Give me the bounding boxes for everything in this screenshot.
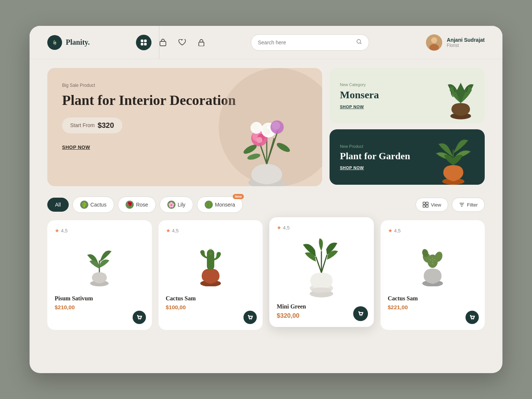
svg-rect-5 [160, 41, 166, 46]
filter-rose-label: Rose [136, 202, 148, 208]
plant-svg-0 [79, 242, 120, 286]
rating-val-3: 4,5 [394, 228, 401, 233]
svg-rect-6 [199, 42, 204, 46]
user-role: Florist [447, 43, 485, 48]
monsera-icon: 🌿 [205, 201, 213, 209]
view-label: View [431, 202, 441, 208]
logo-area: Planity. [47, 35, 114, 50]
hero-flower-image [222, 75, 311, 186]
filter-lily-label: Lily [178, 202, 185, 208]
rating-val-1: 4,5 [172, 228, 179, 233]
add-to-cart-button-2[interactable] [353, 306, 368, 321]
product-name-2: Mini Green [277, 303, 366, 310]
filters-row: All 🌵 Cactus 🌹 Rose 🌸 Lily 🌿 Monsera New [47, 197, 485, 213]
product-img-3 [388, 238, 478, 290]
user-info: Anjani Sudrajat Florist [447, 37, 485, 48]
add-to-cart-button-3[interactable] [466, 311, 479, 324]
filter-rose-button[interactable]: 🌹 Rose [118, 197, 156, 213]
view-button[interactable]: View [416, 198, 448, 212]
svg-point-44 [139, 319, 139, 320]
user-area: Anjani Sudrajat Florist [411, 34, 485, 51]
user-name: Anjani Sudrajat [447, 37, 485, 43]
svg-point-24 [265, 129, 270, 134]
svg-rect-37 [423, 205, 425, 207]
svg-point-31 [247, 153, 261, 161]
rating-val-2: 4,5 [283, 225, 290, 231]
filter-all-button[interactable]: All [47, 198, 69, 212]
view-icon [423, 202, 429, 208]
nav-grid-button[interactable] [136, 35, 151, 50]
filter-cactus-button[interactable]: 🌵 Cactus [72, 197, 115, 213]
plant-svg-2 [297, 236, 345, 297]
product-card-3: ★ 4,5 [381, 220, 485, 330]
price-badge: Start From $320 [62, 117, 122, 133]
monsera-plant-image [440, 72, 481, 120]
svg-line-57 [316, 257, 321, 273]
product-name-0: Pisum Sativum [55, 295, 144, 302]
filter-tool-button[interactable]: Filter [452, 198, 485, 212]
nav-heart-button[interactable] [174, 35, 190, 50]
filter-label: Filter [467, 202, 478, 208]
logo-icon [47, 35, 62, 50]
svg-point-60 [360, 316, 361, 316]
rating-2: ★ 4,5 [277, 225, 366, 231]
product-name-1: Cactus Sam [166, 295, 256, 302]
filter-cactus-label: Cactus [91, 202, 107, 208]
product-grid: ★ 4,5 Pisum Sativum $210,00 [47, 220, 485, 330]
search-box[interactable] [251, 34, 369, 51]
plant-svg-1 [192, 242, 229, 286]
star-icon-0: ★ [55, 228, 59, 234]
svg-point-69 [432, 263, 433, 265]
card-garden: New Product Plant for Garden SHOP NOW [330, 129, 485, 185]
product-name-3: Cactus Sam [388, 295, 478, 302]
add-to-cart-button-1[interactable] [243, 311, 257, 324]
card-monsera: New Category Monsera SHOP NOW [330, 68, 485, 123]
search-input[interactable] [258, 40, 353, 45]
rating-3: ★ 4,5 [388, 228, 478, 234]
new-badge: New [233, 194, 244, 199]
nav-bag-button[interactable] [155, 35, 171, 50]
filter-lily-button[interactable]: 🌸 Lily [160, 197, 193, 213]
hero-shop-now[interactable]: SHOP NOW [62, 144, 90, 150]
svg-point-70 [430, 259, 431, 260]
rose-icon: 🌹 [126, 201, 134, 209]
product-price-0: $210,00 [55, 304, 144, 310]
product-img-1 [166, 238, 256, 290]
svg-line-59 [321, 255, 327, 273]
product-card-2: ★ 4,5 [269, 217, 374, 327]
svg-point-26 [272, 122, 280, 130]
svg-point-45 [140, 319, 141, 320]
svg-point-53 [251, 319, 252, 320]
rating-1: ★ 4,5 [166, 228, 256, 234]
product-card-0: ★ 4,5 Pisum Sativum $210,00 [47, 220, 152, 330]
price-from-label: Start From [70, 122, 95, 128]
product-price-1: $100,00 [166, 304, 256, 310]
rating-val-0: 4,5 [61, 228, 68, 233]
cactus-icon: 🌵 [80, 201, 88, 209]
svg-rect-35 [423, 202, 425, 204]
garden-plant-image [429, 131, 477, 185]
star-icon-1: ★ [166, 228, 171, 234]
svg-rect-4 [144, 43, 147, 45]
search-area [220, 34, 400, 51]
hero-banner: Big Sale Product Plant for Interior Deco… [47, 68, 322, 186]
svg-point-30 [276, 141, 291, 154]
svg-point-72 [471, 319, 472, 320]
header: Planity. [30, 26, 502, 59]
product-img-2 [277, 235, 366, 298]
product-img-0 [55, 238, 144, 290]
svg-point-7 [357, 40, 361, 43]
product-card-1: ★ 4,5 [158, 220, 263, 330]
add-to-cart-button-0[interactable] [133, 311, 146, 324]
star-icon-3: ★ [388, 228, 393, 234]
svg-point-73 [473, 319, 474, 320]
filter-monsera-label: Monsera [215, 202, 235, 208]
search-icon [356, 39, 362, 46]
svg-point-9 [431, 37, 437, 43]
svg-point-61 [361, 316, 362, 316]
svg-rect-47 [207, 249, 214, 270]
svg-rect-1 [141, 40, 143, 42]
filter-monsera-button[interactable]: 🌿 Monsera New [197, 197, 243, 213]
nav-lock-button[interactable] [194, 35, 209, 50]
filter-all-label: All [55, 202, 61, 208]
